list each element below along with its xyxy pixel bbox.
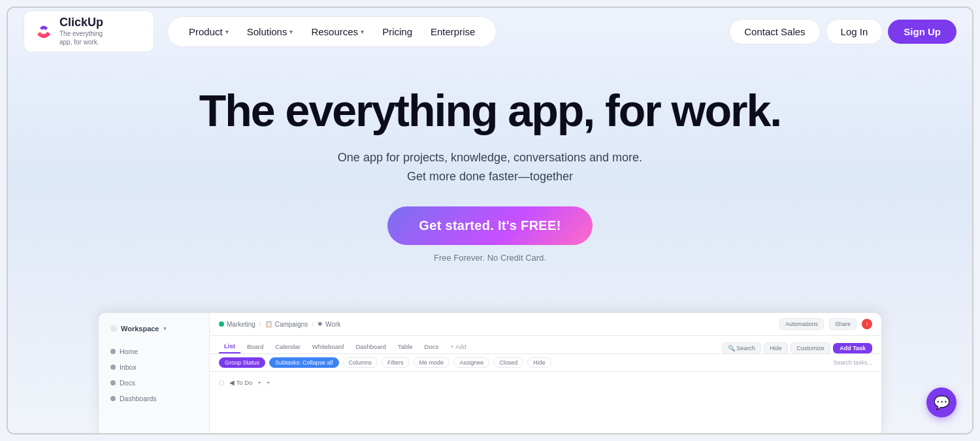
signup-button[interactable]: Sign Up bbox=[888, 20, 956, 44]
tab-whiteboard[interactable]: Whiteboard bbox=[307, 340, 350, 353]
customize-button[interactable]: Customize bbox=[791, 342, 830, 354]
hero-subtitle: One app for projects, knowledge, convers… bbox=[338, 148, 642, 186]
dashboards-icon bbox=[110, 396, 116, 401]
inbox-icon bbox=[110, 365, 116, 370]
app-filters: Group Status Subtasks: Collapse all Colu… bbox=[210, 354, 881, 372]
filter-hide[interactable]: Hide bbox=[527, 357, 551, 368]
app-sidebar: Workspace ▾ Home Inbox Docs Dashbo bbox=[99, 313, 210, 433]
login-button[interactable]: Log In bbox=[826, 19, 883, 44]
topbar-right: Automations Share ! bbox=[779, 318, 872, 330]
get-started-button[interactable]: Get started. It's FREE! bbox=[387, 206, 592, 245]
logo-container[interactable]: ClickUp The everythingapp, for work. bbox=[24, 10, 154, 52]
tab-list[interactable]: List bbox=[219, 340, 240, 353]
filter-me-mode[interactable]: Me mode bbox=[414, 357, 450, 368]
docs-icon bbox=[110, 380, 116, 385]
breadcrumb-work: ✱ Work bbox=[318, 321, 340, 328]
add-task-button[interactable]: Add Task bbox=[833, 343, 872, 353]
filter-filters[interactable]: Filters bbox=[382, 357, 410, 368]
search-tasks-input[interactable]: Search tasks... bbox=[833, 359, 872, 366]
sidebar-item-home[interactable]: Home bbox=[106, 344, 201, 359]
breadcrumb-dot bbox=[219, 321, 224, 327]
chevron-down-icon: ▾ bbox=[361, 28, 364, 35]
tab-dashboard[interactable]: Dashboard bbox=[350, 340, 391, 353]
tab-docs[interactable]: Docs bbox=[419, 340, 444, 353]
tab-add[interactable]: + Add bbox=[445, 340, 472, 353]
tab-table[interactable]: Table bbox=[393, 340, 418, 353]
tab-board[interactable]: Board bbox=[242, 340, 269, 353]
app-preview-inner: Workspace ▾ Home Inbox Docs Dashbo bbox=[99, 313, 881, 433]
filter-assignee[interactable]: Assignee bbox=[453, 357, 489, 368]
workspace-chevron: ▾ bbox=[163, 325, 167, 332]
sidebar-item-inbox[interactable]: Inbox bbox=[106, 360, 201, 374]
sidebar-item-dashboards[interactable]: Dashboards bbox=[106, 391, 201, 406]
logo-text: ClickUp The everythingapp, for work. bbox=[59, 16, 103, 46]
app-topbar: Marketing / 📋 Campaigns / ✱ Work Automat… bbox=[210, 313, 881, 336]
table-row: ◀ To Do + + bbox=[219, 377, 872, 388]
notification-badge[interactable]: ! bbox=[862, 319, 872, 329]
nav-product[interactable]: Product ▾ bbox=[181, 22, 237, 41]
workspace-dot bbox=[110, 325, 117, 332]
nav-right: Contact Sales Log In Sign Up bbox=[729, 19, 956, 44]
app-main: Marketing / 📋 Campaigns / ✱ Work Automat… bbox=[210, 313, 881, 433]
automations-button[interactable]: Automations bbox=[779, 318, 824, 330]
row-label: ◀ To Do + + bbox=[229, 379, 270, 386]
search-button[interactable]: 🔍 Search bbox=[722, 342, 761, 354]
work-icon: ✱ bbox=[318, 321, 323, 327]
share-button[interactable]: Share bbox=[829, 318, 857, 330]
search-area: 🔍 Search Hide Customize Add Task bbox=[722, 341, 872, 353]
row-checkbox[interactable] bbox=[219, 380, 224, 385]
sidebar-item-docs[interactable]: Docs bbox=[106, 376, 201, 390]
app-preview: Workspace ▾ Home Inbox Docs Dashbo bbox=[98, 312, 882, 433]
filter-group-status[interactable]: Group Status bbox=[219, 357, 265, 368]
chat-button[interactable]: 💬 bbox=[926, 387, 956, 417]
nav-pricing[interactable]: Pricing bbox=[374, 22, 420, 41]
app-tabs: List Board Calendar Whiteboard Dashboard bbox=[210, 336, 881, 354]
nav-links: Product ▾ Solutions ▾ Resources ▾ Pricin… bbox=[167, 16, 497, 47]
chevron-down-icon: ▾ bbox=[225, 28, 229, 35]
nav-solutions[interactable]: Solutions ▾ bbox=[239, 22, 301, 41]
sidebar-workspace: Workspace ▾ bbox=[106, 322, 201, 335]
home-icon bbox=[110, 349, 116, 354]
brand-tagline: The everythingapp, for work. bbox=[59, 29, 103, 46]
breadcrumb-campaigns: 📋 Campaigns bbox=[265, 321, 308, 328]
breadcrumb-sep-1: / bbox=[259, 321, 261, 328]
campaigns-icon: 📋 bbox=[265, 321, 272, 327]
hide-button[interactable]: Hide bbox=[764, 342, 788, 354]
contact-sales-button[interactable]: Contact Sales bbox=[729, 19, 820, 44]
tab-calendar[interactable]: Calendar bbox=[270, 340, 306, 353]
chevron-down-icon: ▾ bbox=[289, 28, 293, 35]
clickup-logo-icon bbox=[35, 22, 53, 41]
page-container: The everything app, for work. One app fo… bbox=[7, 7, 973, 434]
breadcrumb: Marketing bbox=[219, 321, 255, 328]
free-note: Free Forever. No Credit Card. bbox=[434, 253, 546, 263]
breadcrumb-sep-2: / bbox=[312, 321, 314, 328]
filter-columns[interactable]: Columns bbox=[343, 357, 378, 368]
app-content: ◀ To Do + + bbox=[210, 372, 881, 433]
chat-icon: 💬 bbox=[934, 395, 950, 410]
hero-title: The everything app, for work. bbox=[199, 86, 781, 135]
brand-name: ClickUp bbox=[59, 16, 103, 29]
navbar: ClickUp The everythingapp, for work. Pro… bbox=[8, 8, 972, 55]
nav-enterprise[interactable]: Enterprise bbox=[423, 22, 483, 41]
nav-resources[interactable]: Resources ▾ bbox=[303, 22, 372, 41]
filter-closed[interactable]: Closed bbox=[493, 357, 523, 368]
filter-subtasks[interactable]: Subtasks: Collapse all bbox=[269, 357, 339, 368]
